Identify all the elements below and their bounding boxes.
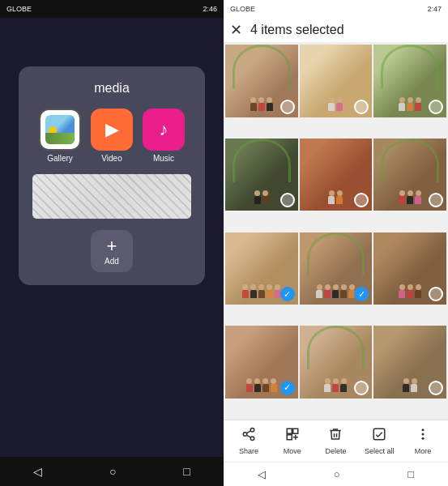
media-icons-row: Gallery ▶ Video ♪ Music [39, 109, 185, 163]
move-label: Move [284, 447, 301, 455]
music-icon: ♪ [160, 119, 169, 140]
right-panel: GLOBE 2:47 ✕ 4 items selected [224, 0, 448, 486]
nav-home-icon[interactable]: ○ [109, 465, 116, 478]
music-label: Music [153, 154, 174, 163]
add-label: Add [105, 257, 119, 266]
check-circle[interactable] [429, 100, 443, 114]
svg-line-3 [246, 435, 250, 437]
photo-cell[interactable] [300, 139, 373, 211]
delete-icon [328, 427, 343, 446]
check-circle-checked[interactable]: ✓ [354, 287, 369, 301]
add-plus-icon: + [107, 237, 117, 255]
media-preview [32, 174, 191, 219]
selection-title: 4 items selected [250, 23, 344, 37]
delete-label: Delete [325, 447, 346, 455]
svg-point-2 [250, 437, 254, 441]
check-circle[interactable] [429, 381, 443, 395]
nav-bar-right: ◁ ○ □ [224, 462, 448, 486]
video-icon-box[interactable]: ▶ [91, 109, 133, 151]
photo-cell[interactable]: ✓ [300, 232, 373, 305]
photo-cell[interactable]: ✓ [225, 232, 298, 305]
arch-decoration [307, 326, 365, 369]
arch-decoration [307, 232, 365, 276]
video-label: Video [101, 154, 122, 163]
arch-decoration [233, 45, 291, 88]
check-circle[interactable] [354, 100, 369, 114]
music-item[interactable]: ♪ Music [143, 109, 185, 163]
nav-recents-icon[interactable]: □ [183, 465, 190, 478]
move-action[interactable]: Move [271, 427, 314, 455]
media-title: media [94, 81, 130, 96]
media-card: media Gallery ▶ Video ♪ Music [19, 66, 205, 285]
gallery-label: Gallery [47, 154, 73, 163]
delete-action[interactable]: Delete [314, 427, 358, 455]
svg-rect-6 [292, 428, 297, 433]
status-bar-right: GLOBE 2:47 [224, 0, 448, 18]
nav-home-right[interactable]: ○ [334, 468, 340, 480]
time-left: 2:46 [203, 5, 217, 13]
photo-cell[interactable] [373, 45, 446, 117]
svg-point-9 [422, 428, 425, 431]
photo-cell[interactable] [373, 139, 446, 211]
carrier-left: GLOBE [6, 5, 32, 13]
check-circle[interactable] [280, 100, 295, 114]
video-icon: ▶ [105, 119, 119, 140]
check-circle-checked[interactable]: ✓ [280, 381, 295, 395]
check-circle[interactable] [354, 193, 369, 207]
nav-recents-right[interactable]: □ [407, 468, 414, 480]
nav-bar-left: ◁ ○ □ [0, 457, 224, 486]
svg-point-10 [422, 433, 425, 436]
svg-point-11 [422, 437, 425, 440]
arch-decoration [381, 139, 439, 182]
nav-back-right[interactable]: ◁ [258, 468, 266, 480]
check-circle-checked[interactable]: ✓ [280, 287, 295, 301]
carrier-right: GLOBE [230, 5, 255, 13]
select-all-label: Select all [365, 447, 395, 455]
nav-back-icon[interactable]: ◁ [33, 465, 42, 478]
gallery-icon-box[interactable] [39, 109, 81, 151]
add-button[interactable]: + Add [91, 230, 133, 272]
left-panel: GLOBE 2:46 media Gallery ▶ Video [0, 0, 224, 486]
toolbar: ✕ 4 items selected [224, 18, 448, 43]
photo-cell[interactable] [373, 326, 446, 399]
move-icon [285, 427, 300, 446]
video-item[interactable]: ▶ Video [91, 109, 133, 163]
close-button[interactable]: ✕ [230, 23, 242, 37]
svg-point-0 [250, 428, 254, 433]
time-right: 2:47 [427, 5, 442, 13]
photo-cell[interactable]: ✓ [225, 326, 298, 399]
arch-decoration [381, 45, 439, 88]
photo-cell[interactable] [225, 139, 298, 211]
gallery-item[interactable]: Gallery [39, 109, 81, 163]
status-bar-left: GLOBE 2:46 [0, 0, 224, 18]
share-label: Share [239, 447, 258, 455]
photo-grid: ✓ ✓ [224, 43, 448, 420]
more-icon [416, 427, 430, 446]
photo-cell[interactable] [300, 326, 373, 399]
check-circle[interactable] [354, 381, 369, 395]
svg-point-1 [243, 433, 247, 437]
share-icon [241, 427, 256, 446]
select-all-action[interactable]: Select all [357, 427, 401, 455]
svg-line-4 [246, 431, 250, 433]
more-action[interactable]: More [401, 427, 445, 455]
photo-cell[interactable] [225, 45, 298, 117]
svg-rect-7 [287, 435, 292, 440]
bottom-bar: Share Move Delete [224, 420, 448, 462]
check-circle[interactable] [429, 287, 443, 301]
svg-rect-5 [287, 428, 292, 433]
media-preview-image [32, 174, 191, 219]
gallery-icon [45, 115, 75, 144]
photo-cell[interactable] [373, 232, 446, 305]
share-action[interactable]: Share [227, 427, 271, 455]
select-all-icon [372, 427, 386, 446]
photo-cell[interactable] [300, 45, 373, 117]
music-icon-box[interactable]: ♪ [143, 109, 185, 151]
check-circle[interactable] [280, 193, 295, 207]
check-circle[interactable] [429, 193, 443, 207]
svg-rect-8 [374, 428, 386, 440]
arch-decoration [233, 139, 291, 182]
more-label: More [415, 447, 432, 455]
